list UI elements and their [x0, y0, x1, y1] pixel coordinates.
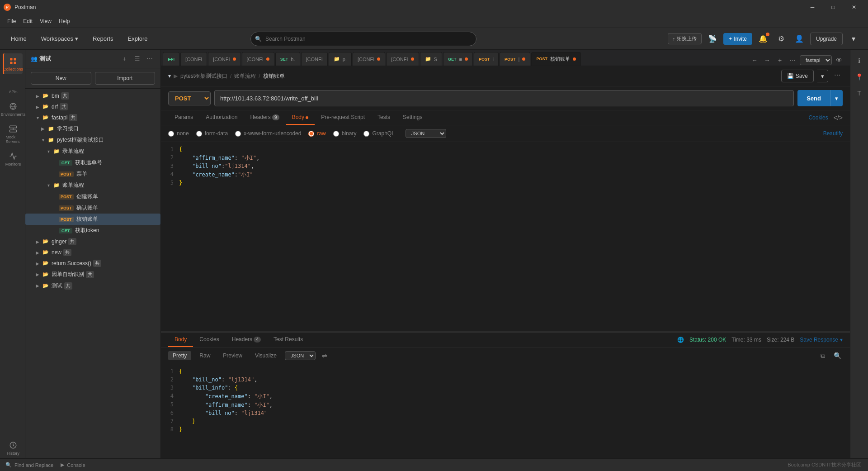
req-tab-tests[interactable]: Tests — [371, 110, 396, 125]
response-format-selector[interactable]: JSON — [285, 351, 316, 360]
import-button[interactable]: Import — [95, 72, 156, 85]
menu-file[interactable]: File — [4, 16, 19, 26]
req-tab-authorization[interactable]: Authorization — [199, 110, 244, 125]
profile-icon-button[interactable]: 👤 — [792, 32, 807, 46]
beautify-button[interactable]: Beautify — [823, 130, 843, 137]
right-sidebar-location-button[interactable]: 📍 — [852, 70, 867, 84]
new-button[interactable]: New — [31, 72, 91, 85]
breadcrumb-item[interactable]: 账单流程 — [234, 72, 256, 80]
tab-item[interactable]: SET h. — [275, 52, 300, 66]
body-opt-binary[interactable]: binary — [333, 130, 357, 137]
search-input[interactable] — [250, 32, 476, 46]
invite-button[interactable]: + Invite — [723, 33, 752, 45]
search-response-button[interactable]: 🔍 — [832, 350, 843, 361]
req-tab-headers[interactable]: Headers 9 — [244, 110, 285, 125]
upgrade-dropdown-icon[interactable]: ▾ — [846, 32, 861, 46]
list-item[interactable]: ▶ 📂 new 共 — [25, 247, 160, 258]
right-sidebar-info-button[interactable]: ℹ — [852, 53, 867, 68]
resp-tab-cookies[interactable]: Cookies — [193, 333, 225, 347]
tab-item[interactable]: ▶FI — [163, 52, 179, 66]
breadcrumb-item[interactable]: pytest框架测试接口 — [180, 72, 227, 80]
list-item[interactable]: ▶ 📂 ginger 共 — [25, 236, 160, 247]
menu-help[interactable]: Help — [55, 16, 74, 26]
resp-tab-headers[interactable]: Headers 4 — [226, 333, 267, 347]
tab-item[interactable]: [CONFI — [180, 52, 207, 66]
find-replace-button[interactable]: 🔍 Find and Replace — [5, 462, 53, 468]
send-dropdown-button[interactable]: ▾ — [830, 90, 843, 106]
resp-format-visualize[interactable]: Visualize — [250, 351, 281, 360]
sidebar-item-environments[interactable]: Environments — [3, 99, 23, 119]
body-opt-form-data[interactable]: form-data — [196, 130, 228, 137]
tab-item[interactable]: GET ■ — [443, 52, 473, 66]
code-button[interactable]: </> — [834, 114, 843, 121]
list-item[interactable]: ▶ 📂 return Success() 共 — [25, 258, 160, 269]
settings-icon-button[interactable]: ⚙ — [774, 32, 788, 46]
list-item[interactable]: ▶ GET 获取远单号 — [25, 157, 160, 168]
tab-item[interactable]: 📁 S — [420, 52, 442, 66]
url-input[interactable] — [214, 90, 794, 106]
copy-response-button[interactable]: ⧉ — [817, 350, 828, 361]
list-item[interactable]: ▶ 📂 测试 共 — [25, 280, 160, 291]
resp-tab-body[interactable]: Body — [168, 333, 193, 347]
console-button[interactable]: ▶ Console — [61, 462, 85, 468]
add-collection-button[interactable]: + — [119, 53, 130, 64]
sync-button[interactable]: ↑ 拓换上传 — [668, 33, 702, 44]
workspaces-nav-button[interactable]: Workspaces ▾ — [38, 33, 82, 44]
upgrade-button[interactable]: Upgrade — [810, 33, 843, 45]
list-item[interactable]: ▾ 📁 pytest框架测试接口 — [25, 134, 160, 146]
reports-nav-button[interactable]: Reports — [89, 33, 117, 44]
body-opt-urlencoded[interactable]: x-www-form-urlencoded — [235, 130, 301, 137]
body-opt-none[interactable]: none — [168, 130, 189, 137]
resp-tab-test-results[interactable]: Test Results — [267, 333, 309, 347]
home-nav-button[interactable]: Home — [7, 33, 30, 44]
body-opt-raw[interactable]: raw — [308, 130, 326, 137]
list-item[interactable]: ▾ 📂 fastapi 共 — [25, 112, 160, 123]
list-item[interactable]: ▶ POST 票单 — [25, 168, 160, 180]
tab-item[interactable]: [CONFI — [301, 52, 328, 66]
req-tab-pre-request[interactable]: Pre-request Script — [315, 110, 371, 125]
save-dropdown-button[interactable]: ▾ — [817, 70, 828, 82]
save-response-button[interactable]: Save Response ▾ — [800, 337, 843, 343]
list-item[interactable]: ▶ 📂 drf 共 — [25, 101, 160, 112]
tab-nav-forward-button[interactable]: → — [762, 55, 773, 66]
minimize-button[interactable]: ─ — [802, 0, 823, 14]
list-item[interactable]: ▶ POST 确认账单 — [25, 202, 160, 214]
send-button[interactable]: Send — [797, 90, 830, 106]
req-tab-settings[interactable]: Settings — [396, 110, 429, 125]
list-item[interactable]: ▶ 📂 bm 共 — [25, 90, 160, 101]
notification-icon-button[interactable]: 🔔 — [756, 32, 770, 46]
explore-nav-button[interactable]: Explore — [124, 33, 151, 44]
resp-format-pretty[interactable]: Pretty — [168, 351, 191, 360]
method-selector[interactable]: POST GET PUT DELETE PATCH — [168, 91, 211, 105]
tab-item[interactable]: [CONFI — [208, 52, 241, 66]
tab-item[interactable]: POST i — [474, 52, 499, 66]
filter-button[interactable]: ☰ — [132, 53, 142, 64]
menu-edit[interactable]: Edit — [19, 16, 36, 26]
sidebar-item-collections[interactable]: Collections — [3, 53, 23, 74]
menu-view[interactable]: View — [36, 16, 55, 26]
maximize-button[interactable]: □ — [823, 0, 844, 14]
sidebar-item-mock-servers[interactable]: Mock Servers — [3, 121, 23, 147]
environment-selector[interactable]: fastapi — [800, 55, 832, 65]
tab-item[interactable]: [CONFI — [353, 52, 385, 66]
tab-item-active[interactable]: POST 核销账单 — [531, 52, 581, 66]
list-item[interactable]: ▶ POST 创建账单 — [25, 191, 160, 202]
body-format-selector[interactable]: JSON Text JavaScript HTML XML — [406, 129, 446, 138]
sidebar-item-apis[interactable]: APIs — [3, 76, 23, 97]
list-item[interactable]: ▶ POST 核销账单 — [25, 214, 160, 225]
satellite-icon-button[interactable]: 📡 — [705, 32, 720, 46]
list-item[interactable]: ▾ 📁 录单流程 — [25, 146, 160, 157]
resp-format-raw[interactable]: Raw — [195, 351, 215, 360]
eye-button[interactable]: 👁 — [834, 55, 844, 66]
sidebar-item-history[interactable]: History — [3, 438, 23, 458]
panel-more-button[interactable]: ⋯ — [144, 53, 155, 64]
tab-item[interactable]: [CONFI — [242, 52, 274, 66]
breadcrumb-dropdown-icon[interactable]: ▾ — [168, 73, 171, 79]
tab-item[interactable]: [CONFI — [386, 52, 419, 66]
tabs-more-button[interactable]: ⋯ — [787, 55, 798, 66]
resp-format-preview[interactable]: Preview — [218, 351, 247, 360]
breadcrumb-more-button[interactable]: ⋯ — [832, 70, 843, 81]
list-item[interactable]: ▶ 📁 学习接口 — [25, 123, 160, 134]
sidebar-item-monitors[interactable]: Monitors — [3, 148, 23, 169]
right-sidebar-type-button[interactable]: T — [852, 86, 867, 100]
